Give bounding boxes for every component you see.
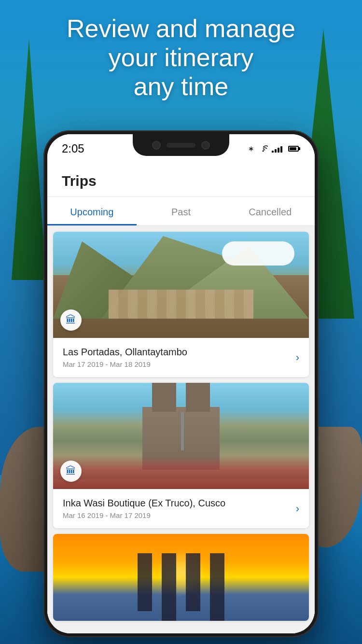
scene-cusco: [53, 383, 309, 489]
sunset-pillars: [138, 553, 224, 621]
hero-line1: Review and manage: [19, 14, 343, 43]
trip-details-2: Inka Wasi Boutique (Ex Truco), Cusco Mar…: [63, 498, 296, 519]
speaker: [167, 143, 195, 148]
notch: [133, 134, 229, 156]
trip-dates-1: Mar 17 2019 - Mar 18 2019: [63, 360, 296, 368]
battery-icon: [288, 146, 300, 152]
pillar-2: [162, 553, 176, 621]
scene-ollantaytambo: [53, 232, 309, 338]
svg-point-0: [263, 150, 264, 152]
app-header: Trips: [47, 163, 315, 197]
signal-icon: [272, 145, 282, 153]
tab-upcoming[interactable]: Upcoming: [47, 197, 137, 225]
scene-sunset: [53, 534, 309, 621]
tab-cancelled[interactable]: Cancelled: [225, 197, 315, 225]
trip-image-cusco: 🏛: [53, 383, 309, 489]
trip-info-2[interactable]: Inka Wasi Boutique (Ex Truco), Cusco Mar…: [53, 489, 309, 528]
hotel-badge-2: 🏛: [60, 461, 82, 482]
page-title: Trips: [62, 173, 300, 189]
hero-line2: your itinerary: [19, 43, 343, 72]
trip-card-3[interactable]: [53, 534, 309, 621]
tab-past[interactable]: Past: [137, 197, 226, 225]
phone-frame: 2:05 ∗: [43, 130, 319, 637]
cusco-crowd: [53, 455, 309, 489]
clouds: [222, 241, 294, 266]
hero-line3: any time: [19, 72, 343, 101]
trip-name-2: Inka Wasi Boutique (Ex Truco), Cusco: [63, 498, 296, 509]
trip-details-1: Las Portadas, Ollantaytambo Mar 17 2019 …: [63, 347, 296, 368]
pillar-4: [210, 553, 224, 621]
phone-inner: 2:05 ∗: [47, 134, 315, 633]
trip-image-ollantaytambo: 🏛: [53, 232, 309, 338]
trip-name-1: Las Portadas, Ollantaytambo: [63, 347, 296, 358]
tabs-bar: Upcoming Past Cancelled: [47, 197, 315, 226]
chevron-right-icon-2: ›: [296, 503, 299, 515]
hotel-icon-1: 🏛: [66, 314, 76, 326]
app-content: Trips Upcoming Past Cancelled: [47, 163, 315, 633]
village: [109, 290, 253, 319]
wifi-icon: [258, 144, 268, 154]
hotel-badge-1: 🏛: [60, 309, 82, 331]
hero-text: Review and manage your itinerary any tim…: [0, 14, 362, 101]
front-camera: [152, 141, 161, 150]
front-camera-2: [201, 141, 210, 150]
pillar-3: [186, 553, 200, 611]
trip-card-2[interactable]: 🏛 Inka Wasi Boutique (Ex Truco), Cusco M…: [53, 383, 309, 528]
bluetooth-icon: ∗: [248, 144, 254, 153]
status-icons: ∗: [248, 144, 300, 154]
pillar-1: [138, 553, 152, 611]
hotel-icon-2: 🏛: [66, 465, 76, 477]
chevron-right-icon-1: ›: [296, 351, 299, 364]
trips-list: 🏛 Las Portadas, Ollantaytambo Mar 17 201…: [47, 226, 315, 633]
cusco-flag: [181, 412, 184, 450]
trip-info-1[interactable]: Las Portadas, Ollantaytambo Mar 17 2019 …: [53, 338, 309, 377]
status-time: 2:05: [62, 142, 84, 155]
trip-card[interactable]: 🏛 Las Portadas, Ollantaytambo Mar 17 201…: [53, 232, 309, 377]
trip-dates-2: Mar 16 2019 - Mar 17 2019: [63, 511, 296, 519]
